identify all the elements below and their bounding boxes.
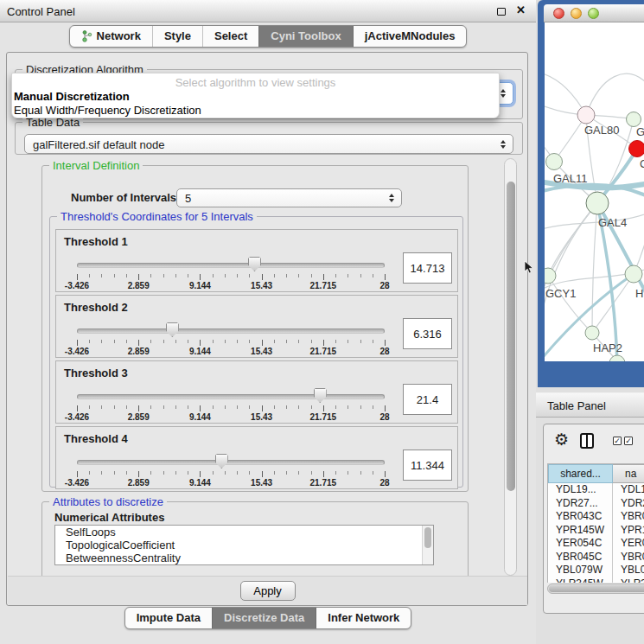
list-item[interactable]: TopologicalCoefficient	[55, 539, 433, 552]
list-scrollbar[interactable]	[422, 526, 433, 564]
tick-label: 21.715	[310, 281, 337, 290]
table-row[interactable]: YPR145WYPR1	[548, 524, 644, 538]
slider-handle[interactable]	[166, 322, 179, 337]
table-row[interactable]: YBR045CYBR0	[548, 551, 644, 564]
table-cell[interactable]: YER0	[613, 537, 644, 551]
node-bottom-partial[interactable]	[609, 355, 625, 361]
tab-cyni-toolbox[interactable]: Cyni Toolbox	[258, 26, 352, 47]
slider-handle[interactable]	[215, 454, 228, 469]
slider-track[interactable]	[77, 460, 385, 465]
node-hap2[interactable]	[585, 326, 599, 340]
algorithm-dropdown-popup: Select algorithm to view settings Manual…	[11, 73, 500, 118]
dropdown-option-equal-width-frequency[interactable]: Equal Width/Frequency Discretization	[12, 104, 499, 117]
tick-mark	[286, 471, 287, 475]
threshold-1-slider[interactable]: -3.4262.8599.14415.4321.71528	[77, 256, 385, 290]
threshold-1-block: Threshold 1 -3.4262.8599.14415.4321.7152…	[55, 229, 458, 292]
node-gal11[interactable]	[546, 154, 563, 170]
node-gal80[interactable]	[577, 106, 595, 124]
numerical-attributes-list[interactable]: SelfLoopsTopologicalCoefficientBetweenne…	[54, 525, 434, 565]
table-cell[interactable]: YBL079W	[548, 564, 613, 577]
column-header-shared-name[interactable]: shared...	[548, 464, 613, 483]
tick-label: 2.859	[128, 478, 150, 488]
slider-track[interactable]	[77, 263, 385, 268]
tab-style[interactable]: Style	[152, 26, 202, 47]
slider-handle[interactable]	[314, 388, 327, 403]
threshold-3-slider[interactable]: -3.4262.8599.14415.4321.71528	[77, 387, 385, 422]
table-cell[interactable]: YBR043C	[548, 510, 613, 524]
table-cell[interactable]: YBR045C	[548, 551, 613, 564]
node-h-partial[interactable]	[625, 265, 642, 283]
table-row[interactable]: YLR345WYLR3	[548, 577, 644, 583]
list-item[interactable]: SelfLoops	[55, 526, 433, 539]
tab-network[interactable]: Network	[70, 26, 152, 47]
tab-jactivemnodules[interactable]: jActiveMNodules	[353, 26, 467, 47]
tick-mark	[298, 340, 299, 343]
tick-mark	[188, 471, 188, 475]
group-title: Interval Definition	[49, 159, 143, 172]
column-layout-icon[interactable]	[580, 433, 594, 449]
table-cell[interactable]: YDR2	[613, 497, 644, 511]
table-cell[interactable]: YDR27...	[548, 497, 613, 511]
float-window-icon[interactable]	[497, 8, 506, 16]
tab-infer-network[interactable]: Infer Network	[316, 608, 411, 628]
tab-impute-data[interactable]: Impute Data	[125, 608, 212, 628]
table-row[interactable]: YBR043CYBR0	[548, 510, 644, 524]
tick-mark	[262, 340, 263, 346]
threshold-value-field[interactable]: 6.316	[403, 318, 452, 349]
node-gcy1[interactable]	[545, 268, 556, 284]
zoom-window-icon[interactable]	[588, 8, 599, 19]
threshold-2-slider[interactable]: -3.4262.8599.14415.4321.71528	[77, 322, 385, 356]
tab-select[interactable]: Select	[202, 26, 258, 47]
node-ga-partial[interactable]	[627, 112, 641, 127]
close-window-icon[interactable]	[553, 8, 564, 19]
network-window-titlebar	[544, 4, 644, 22]
table-panel-titlebar: Table Panel	[536, 392, 644, 418]
scrollbar-thumb[interactable]	[507, 182, 515, 491]
table-cell[interactable]: YBR0	[613, 510, 644, 524]
node-gal4[interactable]	[586, 192, 609, 214]
threshold-value-field[interactable]: 14.713	[403, 252, 452, 284]
apply-button[interactable]: Apply	[240, 581, 296, 601]
table-horizontal-scrollbar[interactable]	[547, 583, 644, 594]
table-cell[interactable]: YBR0	[613, 551, 644, 564]
tick-label: 28	[379, 347, 389, 356]
scrollbar-thumb[interactable]	[549, 585, 644, 592]
column-header-name[interactable]: na	[613, 464, 644, 483]
node-red-selected[interactable]	[629, 141, 644, 157]
minimize-window-icon[interactable]	[571, 8, 582, 19]
list-item[interactable]: BetweennessCentrality	[55, 552, 433, 564]
threshold-value-field[interactable]: 21.4	[403, 384, 452, 415]
tick-mark	[385, 471, 386, 477]
threshold-4-slider[interactable]: -3.4262.8599.14415.4321.71528	[77, 453, 385, 488]
checkbox-icon[interactable]: ✓	[624, 437, 633, 445]
table-row[interactable]: YDR27...YDR2	[548, 497, 644, 511]
table-data-group: Table Data galFiltered.sif default node	[15, 122, 523, 155]
checkbox-icon[interactable]: ✓	[613, 437, 622, 445]
table-row[interactable]: YER054CYER0	[548, 537, 644, 551]
network-canvas[interactable]: GAL80 GA C GAL11 GAL4 GCY1 H HAP2	[545, 22, 644, 361]
table-row[interactable]: YDL19...YDL1	[548, 483, 644, 497]
number-of-intervals-combobox[interactable]: 5	[176, 188, 402, 207]
table-cell[interactable]: YPR1	[613, 524, 644, 538]
table-cell[interactable]: YBL0	[613, 564, 644, 577]
tab-discretize-data[interactable]: Discretize Data	[212, 608, 316, 628]
table-cell[interactable]: YLR345W	[548, 577, 613, 583]
table-cell[interactable]: YLR3	[613, 577, 644, 583]
table-header: shared... na	[548, 464, 644, 483]
table-cell[interactable]: YDL1	[613, 483, 644, 497]
table-cell[interactable]: YDL19...	[548, 483, 613, 497]
gear-icon[interactable]: ⚙	[554, 430, 569, 450]
close-icon[interactable]: ✕	[516, 4, 526, 16]
slider-track[interactable]	[77, 328, 385, 334]
slider-handle[interactable]	[248, 257, 261, 271]
threshold-value-field[interactable]: 11.344	[403, 450, 452, 481]
table-data-combobox[interactable]: galFiltered.sif default node	[24, 134, 513, 154]
table-cell[interactable]: YER054C	[548, 537, 613, 551]
slider-track[interactable]	[77, 394, 385, 399]
dropdown-option-manual-discretization[interactable]: Manual Discretization	[12, 90, 499, 103]
table-cell[interactable]: YPR145W	[548, 524, 613, 538]
scrollbar-thumb[interactable]	[424, 527, 431, 548]
tick-mark	[262, 274, 263, 280]
settings-scrollbar[interactable]	[504, 158, 517, 576]
table-row[interactable]: YBL079WYBL0	[548, 564, 644, 577]
